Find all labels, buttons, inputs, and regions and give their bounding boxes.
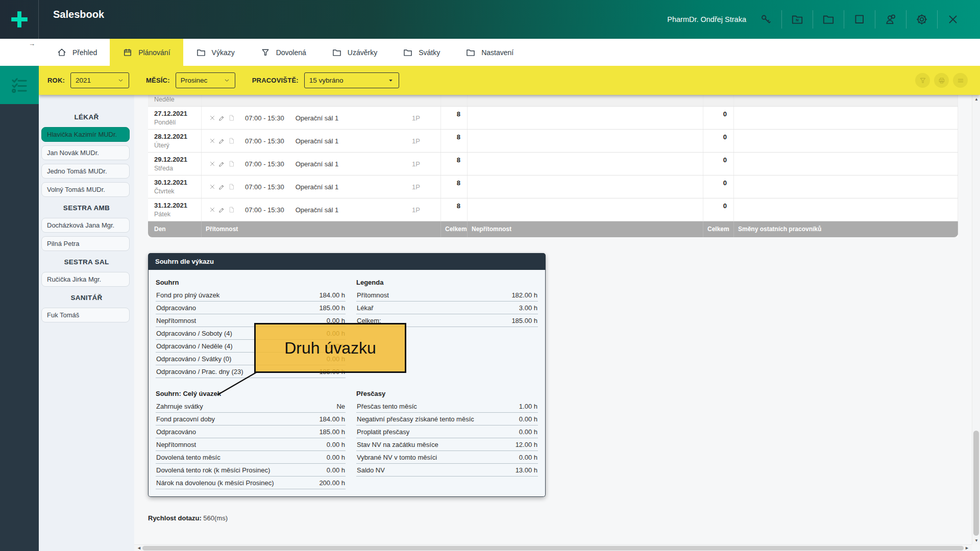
delete-shift-icon[interactable] [209,160,216,167]
query-speed-status: Rychlost dotazu: 560(ms) [148,514,228,522]
summary-row: Přesčas tento měsíc1.00 h [356,400,538,413]
delete-shift-icon[interactable] [209,114,216,121]
tab-dovolena[interactable]: Dovolená [248,39,319,66]
summary-row-label: Vybrané NV v tomto měsíci [357,454,437,461]
cell-nepritomnost[interactable] [468,176,703,198]
table-row[interactable]: 31.12.2021Pátek07:00 - 15:30Operační sál… [148,198,958,221]
sidebar-person[interactable]: Ručička Jirka Mgr. [41,272,130,287]
note-shift-icon[interactable] [228,183,235,190]
menu-button[interactable] [953,73,968,88]
gear-icon[interactable] [915,13,928,26]
tab-nastaveni[interactable]: Nastavení [453,39,526,66]
rok-select[interactable]: 2021 [70,72,129,88]
summary-row: Nepřítomnost0.00 h [156,438,346,451]
row-actions [209,160,235,167]
sidebar-person[interactable]: Fuk Tomáš [41,308,130,322]
summary-row-value: 0.00 h [519,415,537,423]
square-icon[interactable] [853,13,866,26]
summary-row-label: Fond pro plný úvazek [156,291,219,299]
row-date: 30.12.2021 [154,179,201,186]
tab-label: Svátky [419,48,440,57]
tab-svatky[interactable]: Svátky [390,39,453,66]
chevron-down-icon [224,77,230,84]
scroll-up-icon[interactable]: ▲ [972,97,980,102]
summary-row: Fond pro plný úvazek184.00 h [156,289,346,302]
key-icon[interactable] [760,13,773,26]
cell-nepritomnost[interactable] [468,107,703,129]
cell-nepritomnost[interactable] [468,130,703,152]
pracoviste-select[interactable]: 15 vybráno [304,72,399,88]
edit-shift-icon[interactable] [218,114,226,121]
vertical-scrollbar[interactable]: ▲ ▼ [972,95,980,544]
footer-col-header: Celkem [703,221,734,237]
row-actions [209,206,235,213]
delete-shift-icon[interactable] [209,206,216,213]
sidebar-person[interactable]: Jedno Tomáš MUDr. [41,164,130,179]
tab-prehled[interactable]: Přehled [44,39,110,66]
mesic-select[interactable]: Prosinec [176,72,235,88]
sidebar-person[interactable]: Jan Novák MUDr. [41,145,130,160]
edit-shift-icon[interactable] [218,160,226,167]
edit-shift-icon[interactable] [218,206,226,213]
close-icon[interactable] [946,13,960,26]
app-title: Salesbook [53,9,104,20]
mesic-value: Prosinec [181,77,208,84]
scroll-left-icon[interactable]: ◄ [137,545,141,551]
rok-value: 2021 [76,77,91,84]
cell-pritomnost[interactable]: 07:00 - 15:30Operační sál 11P [202,130,441,152]
note-shift-icon[interactable] [228,114,235,121]
table-row[interactable]: 30.12.2021Čtvrtek07:00 - 15:30Operační s… [148,176,958,198]
scroll-down-icon[interactable]: ▼ [972,538,980,543]
note-shift-icon[interactable] [228,160,235,167]
table-row[interactable]: 27.12.2021Pondělí07:00 - 15:30Operační s… [148,107,958,130]
summary-row-label: Lékař [357,304,374,312]
summary-row: Proplatit přesčasy0.00 h [356,425,538,438]
folder-n-icon[interactable]: N [791,13,804,26]
tab-uzaverky[interactable]: Uzávěrky [319,39,390,66]
sidebar-person[interactable]: Hlavička Kazimír MUDr. [41,127,130,142]
top-bar: Salesbook PharmDr. Ondřej Straka N [0,0,980,39]
sidebar-person[interactable]: Docházková Jana Mgr. [41,218,130,233]
collapse-arrow-icon[interactable]: → [29,40,35,47]
cell-pritomnost[interactable]: 07:00 - 15:30Operační sál 11P [202,198,441,221]
horizontal-scrollbar[interactable]: ◄ ► [134,544,972,551]
horizontal-scroll-thumb[interactable] [142,546,964,550]
cell-smeny [734,107,958,129]
note-shift-icon[interactable] [228,206,235,213]
tab-vykazy[interactable]: Výkazy [183,39,248,66]
note-shift-icon[interactable] [228,137,235,144]
row-actions [209,114,235,121]
cell-pritomnost[interactable]: 07:00 - 15:30Operační sál 11P [202,107,441,129]
app-logo[interactable] [0,0,39,39]
cell-nepritomnost[interactable] [468,153,703,175]
edit-shift-icon[interactable] [218,137,226,144]
divider [781,10,782,29]
user-search-icon[interactable] [884,13,897,26]
user-name[interactable]: PharmDr. Ondřej Straka [667,15,746,23]
summary-row-label: Nepřítomnost [156,317,196,324]
print-button[interactable] [934,73,949,88]
table-row[interactable]: 28.12.2021Úterý07:00 - 15:30Operační sál… [148,130,958,153]
delete-shift-icon[interactable] [209,183,216,190]
delete-shift-icon[interactable] [209,137,216,144]
summary-row: Saldo NV13.00 h [356,464,538,477]
filter-button[interactable] [915,73,930,88]
sidebar-person[interactable]: Volný Tomáš MUDr. [41,182,130,197]
vertical-scroll-thumb[interactable] [973,431,979,536]
summary-row: Vybrané NV v tomto měsíci0.00 h [356,451,538,464]
table-row[interactable]: 29.12.2021Středa07:00 - 15:30Operační sá… [148,153,958,176]
summary-row-value: 0.00 h [519,454,537,461]
summary-row-label: Zahrnuje svátky [156,403,203,410]
folder-icon[interactable] [822,13,835,26]
scroll-right-icon[interactable]: ► [965,545,969,551]
cell-nepritomnost[interactable] [468,198,703,221]
edit-shift-icon[interactable] [218,183,226,190]
tab-planovani[interactable]: Plánování [110,39,183,66]
cell-pritomnost[interactable]: 07:00 - 15:30Operační sál 11P [202,176,441,198]
folder-icon [403,47,413,58]
checklist-button[interactable] [0,66,39,104]
cell-pritomnost[interactable]: 07:00 - 15:30Operační sál 11P [202,153,441,175]
summary-row: Lékař3.00 h [356,302,538,314]
sidebar-person[interactable]: Pilná Petra [41,236,130,251]
tab-label: Dovolená [276,48,306,57]
